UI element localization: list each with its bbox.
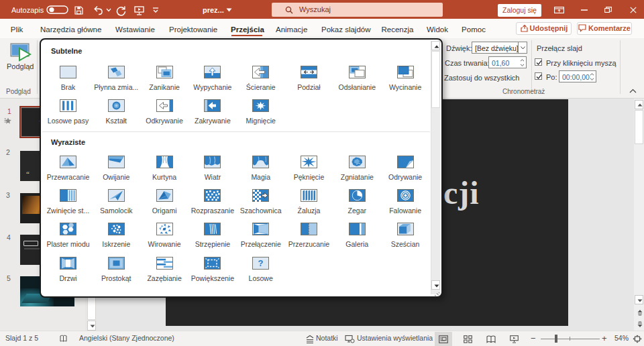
- svg-text:?: ?: [258, 258, 264, 268]
